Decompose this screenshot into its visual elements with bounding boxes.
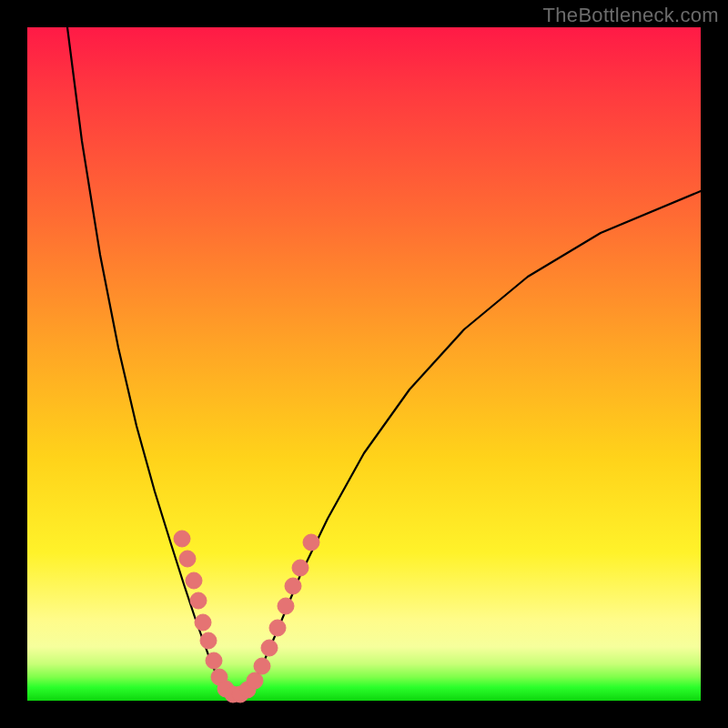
- curve-dot: [254, 658, 270, 674]
- curve-dot: [285, 578, 301, 594]
- curve-dot: [247, 672, 263, 689]
- curve-dots: [174, 531, 319, 703]
- curve-dot: [179, 551, 196, 567]
- curve-dot: [195, 614, 211, 631]
- chart-frame: TheBottleneck.com: [0, 0, 728, 728]
- curve-dot: [206, 652, 222, 669]
- curve-dot: [190, 592, 207, 609]
- curve-dot: [186, 572, 202, 589]
- curve-dot: [278, 598, 294, 614]
- curve-dot: [174, 531, 190, 547]
- curve-dot: [269, 620, 286, 636]
- curve-dot: [200, 632, 217, 649]
- chart-svg: [27, 27, 701, 701]
- curve-dot: [303, 534, 319, 551]
- chart-plot-area: [27, 27, 701, 701]
- watermark-text: TheBottleneck.com: [543, 4, 719, 27]
- curve-dot: [261, 640, 278, 656]
- bottleneck-curve: [67, 27, 701, 696]
- curve-dot: [292, 560, 308, 576]
